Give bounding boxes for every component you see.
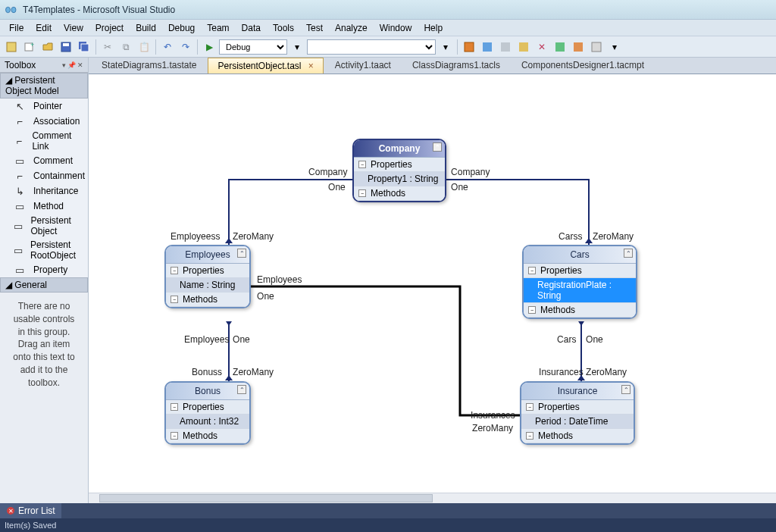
toolbox-item-property[interactable]: ▭Property — [0, 262, 88, 277]
paste-button[interactable]: 📋 — [136, 39, 152, 55]
label-employees-role: Employees — [184, 334, 229, 345]
save-all-button[interactable] — [76, 39, 92, 55]
label-insurances: Insurances — [539, 367, 584, 377]
svg-text:+: + — [30, 41, 34, 49]
cut-button[interactable]: ✂ — [99, 39, 116, 55]
add-item-button[interactable]: + — [21, 39, 38, 55]
copy-button[interactable]: ⧉ — [117, 39, 134, 55]
collapse-icon[interactable]: ⌃ — [621, 385, 630, 394]
minus-icon[interactable]: − — [171, 432, 178, 440]
entity-employees[interactable]: Employees⌃ −Properties Name : String −Me… — [164, 245, 251, 308]
collapse-icon[interactable]: ⌃ — [237, 249, 246, 258]
menu-test[interactable]: Test — [300, 20, 329, 36]
collapse-icon[interactable]: ⌃ — [624, 249, 633, 258]
minus-icon[interactable]: − — [526, 403, 534, 411]
toolbox-item-pointer[interactable]: ↖Pointer — [0, 99, 88, 114]
toolbox-empty-text: There are no usable controls in this gro… — [0, 293, 88, 397]
tb-icon1[interactable] — [461, 39, 477, 55]
menu-edit[interactable]: Edit — [30, 20, 58, 36]
toolbox-section-model[interactable]: ◢ Persistent Object Model — [0, 73, 88, 99]
tab-statediagrams[interactable]: StateDiagrams1.tastate — [92, 57, 206, 74]
new-project-button[interactable] — [3, 39, 20, 55]
toolbox-dropdown-icon[interactable]: ▾ — [62, 61, 66, 69]
label-carss: Carss — [559, 231, 582, 242]
tab-classdiagrams[interactable]: ClassDiagrams1.tacls — [402, 57, 510, 74]
tab-componentsdesigner[interactable]: ComponentsDesigner1.tacmpt — [512, 57, 654, 74]
label-one3: One — [586, 334, 603, 345]
redo-button[interactable]: ↷ — [177, 39, 194, 55]
tab-errorlist[interactable]: ✕ Error List — [0, 503, 61, 518]
minus-icon[interactable]: − — [171, 403, 178, 411]
menu-window[interactable]: Window — [374, 20, 418, 36]
toolbox-item-comment[interactable]: ▭Comment — [0, 153, 88, 168]
tb-icon8[interactable] — [588, 39, 605, 55]
diagram-canvas[interactable]: Company⌃ −Properties Property1 : String … — [89, 74, 776, 503]
entity-cars[interactable]: Cars⌃ −Properties RegistrationPlate : St… — [522, 245, 637, 319]
toolbox-item-method[interactable]: ▭Method — [0, 199, 88, 214]
toolbox-item-association[interactable]: ⌐Association — [0, 114, 88, 129]
tb-icon4[interactable] — [515, 39, 532, 55]
toolbox-item-persistentobject[interactable]: ▭Persistent Object — [0, 214, 88, 238]
minus-icon[interactable]: − — [528, 267, 536, 274]
minus-icon[interactable]: − — [171, 296, 178, 303]
property-row[interactable]: Period : DateTime — [521, 415, 634, 429]
menu-tools[interactable]: Tools — [267, 20, 300, 36]
tab-persistentobject[interactable]: PersistentObject.tasl × — [208, 58, 323, 74]
minus-icon[interactable]: − — [528, 306, 536, 314]
vs-logo-icon — [5, 5, 18, 15]
config-select[interactable]: Debug — [219, 39, 287, 55]
svg-rect-11 — [501, 42, 510, 52]
toolbox-close-icon[interactable]: ✕ — [77, 61, 83, 69]
close-tab-icon[interactable]: × — [308, 61, 314, 71]
platform-select[interactable] — [307, 39, 436, 55]
toolbox-pin-icon[interactable]: 📌 — [67, 61, 76, 69]
tb-icon5[interactable]: ✕ — [534, 39, 550, 55]
h-scrollbar[interactable] — [89, 493, 776, 503]
entity-insurance[interactable]: Insurance⌃ −Properties Period : DateTime… — [520, 381, 635, 445]
toolbox-item-containment[interactable]: ⌐Containment — [0, 168, 88, 183]
undo-button[interactable]: ↶ — [159, 39, 176, 55]
tb-icon2[interactable] — [479, 39, 496, 55]
collapse-icon[interactable]: ⌃ — [237, 385, 246, 394]
tb-dropdown[interactable]: ▾ — [606, 39, 623, 55]
containment-icon: ⌐ — [14, 170, 26, 182]
menu-help[interactable]: Help — [418, 20, 449, 36]
menu-team[interactable]: Team — [201, 20, 235, 36]
property-row[interactable]: Name : String — [166, 278, 249, 293]
label-zeromany5: ZeroMany — [472, 423, 513, 433]
tb-icon6[interactable] — [552, 39, 568, 55]
menu-view[interactable]: View — [58, 20, 89, 36]
minus-icon[interactable]: − — [171, 267, 178, 274]
menu-analyze[interactable]: Analyze — [329, 20, 374, 36]
tab-activity[interactable]: Activity1.taact — [325, 57, 401, 74]
toolbox-item-inheritance[interactable]: ↳Inheritance — [0, 183, 88, 199]
tb-icon7[interactable] — [570, 39, 587, 55]
association-icon: ⌐ — [14, 115, 26, 127]
menu-data[interactable]: Data — [236, 20, 267, 36]
minus-icon[interactable]: − — [358, 189, 366, 197]
toolbox-item-commentlink[interactable]: ⌐Comment Link — [0, 129, 88, 153]
dropdown1[interactable]: ▾ — [289, 39, 305, 55]
minus-icon[interactable]: − — [526, 432, 534, 440]
toolbox-item-persistentrootobject[interactable]: ▭Persistent RootObject — [0, 238, 88, 262]
property-row[interactable]: RegistrationPlate : String — [524, 278, 636, 303]
entity-bonus[interactable]: Bonus⌃ −Properties Amount : Int32 −Metho… — [164, 381, 251, 445]
menu-project[interactable]: Project — [89, 20, 130, 36]
start-debug-button[interactable]: ▶ — [201, 39, 217, 55]
property-row[interactable]: Property1 : String — [354, 172, 445, 186]
open-button[interactable] — [39, 39, 56, 55]
collapse-icon[interactable]: ⌃ — [433, 142, 442, 152]
tb-icon3[interactable] — [497, 39, 514, 55]
menu-debug[interactable]: Debug — [162, 20, 201, 36]
entity-title: Cars — [570, 249, 589, 260]
dropdown2[interactable]: ▾ — [437, 39, 454, 55]
minus-icon[interactable]: − — [358, 161, 366, 168]
menu-build[interactable]: Build — [130, 20, 162, 36]
save-button[interactable] — [58, 39, 74, 55]
menu-file[interactable]: File — [3, 20, 30, 36]
svg-rect-14 — [574, 42, 583, 52]
svg-rect-10 — [483, 42, 492, 52]
property-row[interactable]: Amount : Int32 — [166, 415, 249, 429]
toolbox-section-general[interactable]: ◢ General — [0, 277, 88, 293]
entity-company[interactable]: Company⌃ −Properties Property1 : String … — [352, 139, 446, 202]
